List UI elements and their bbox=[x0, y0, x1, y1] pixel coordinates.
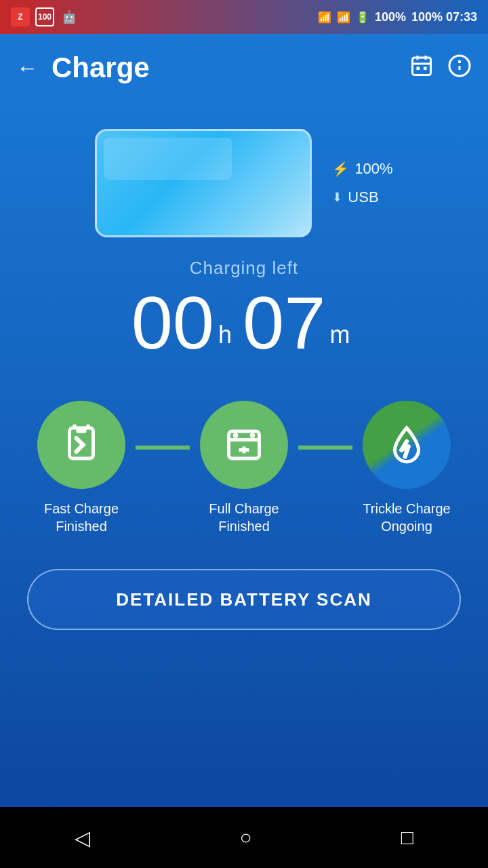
battery-info: ⚡ 100% ⬇ USB bbox=[332, 160, 392, 206]
bolt-icon: ⚡ bbox=[332, 161, 349, 177]
status-bar: Z 100 🤖 📶 📶 🔋 100% 100% 07:33 bbox=[0, 0, 488, 34]
back-icon: ← bbox=[16, 56, 38, 80]
notification-icon-3: 🤖 bbox=[60, 7, 79, 26]
signal-icon: 📶 bbox=[318, 11, 331, 24]
nav-recent-button[interactable]: □ bbox=[401, 826, 413, 849]
connector-1 bbox=[136, 446, 190, 450]
wifi-icon: 📶 bbox=[337, 11, 350, 24]
status-right: 📶 📶 🔋 100% 100% 07:33 bbox=[318, 10, 477, 24]
battery-shine bbox=[104, 138, 231, 180]
header-action-icons bbox=[409, 54, 472, 83]
info-icon bbox=[447, 54, 472, 78]
battery-source-label: USB bbox=[348, 189, 378, 206]
minutes-display: 07 bbox=[243, 285, 325, 360]
charging-left-label: Charging left bbox=[190, 258, 298, 279]
battery-icon: 🔋 bbox=[356, 11, 369, 24]
battery-source-display: ⬇ USB bbox=[332, 189, 392, 206]
notification-icon-1: Z bbox=[11, 7, 30, 26]
time-display: 100% 07:33 bbox=[411, 10, 477, 24]
svg-rect-4 bbox=[417, 66, 420, 70]
svg-rect-5 bbox=[424, 66, 427, 70]
fast-charge-item: Fast Charge Finished bbox=[27, 401, 136, 535]
minutes-unit: m bbox=[329, 321, 350, 360]
battery-percentage-label: 100% bbox=[354, 160, 392, 178]
info-button[interactable] bbox=[447, 54, 472, 83]
hours-unit: h bbox=[218, 321, 232, 360]
fast-charge-label: Fast Charge Finished bbox=[44, 500, 119, 535]
nav-home-button[interactable]: ○ bbox=[239, 826, 251, 849]
svg-point-18 bbox=[250, 433, 256, 439]
status-left-icons: Z 100 🤖 bbox=[11, 7, 79, 26]
trickle-charge-item: Trickle Charge Ongoing bbox=[352, 401, 461, 535]
usb-icon: ⬇ bbox=[332, 190, 342, 205]
hours-display: 00 bbox=[131, 285, 214, 360]
charge-stages: Fast Charge Finished Full Charge Finishe… bbox=[0, 401, 488, 535]
battery-body bbox=[95, 129, 312, 237]
connector-2 bbox=[298, 446, 352, 450]
calendar-button[interactable] bbox=[409, 54, 434, 83]
svg-rect-0 bbox=[413, 58, 431, 75]
full-charge-label: Full Charge Finished bbox=[209, 500, 279, 535]
calendar-icon bbox=[409, 54, 434, 78]
notification-icon-2: 100 bbox=[35, 7, 54, 26]
svg-rect-12 bbox=[77, 428, 87, 433]
nav-back-button[interactable]: ◁ bbox=[75, 826, 90, 850]
fast-charge-button[interactable] bbox=[37, 401, 125, 489]
trickle-charge-label: Trickle Charge Ongoing bbox=[363, 500, 450, 535]
svg-point-17 bbox=[233, 433, 239, 439]
detailed-scan-button[interactable]: DETAILED BATTERY SCAN bbox=[27, 569, 461, 630]
fast-charge-icon bbox=[61, 425, 102, 465]
page-title: Charge bbox=[52, 52, 409, 84]
header: ← Charge bbox=[0, 34, 488, 102]
full-charge-button[interactable] bbox=[200, 401, 288, 489]
main-content: ⚡ 100% ⬇ USB Charging left 00 h 07 m bbox=[0, 102, 488, 807]
full-charge-icon bbox=[224, 425, 264, 465]
nav-bar: ◁ ○ □ bbox=[0, 807, 488, 868]
full-charge-item: Full Charge Finished bbox=[190, 401, 298, 535]
battery-percent-status: 100% bbox=[375, 10, 406, 24]
trickle-charge-icon bbox=[386, 425, 427, 465]
battery-visual: ⚡ 100% ⬇ USB bbox=[95, 129, 392, 237]
trickle-charge-button[interactable] bbox=[363, 401, 451, 489]
battery-percent-display: ⚡ 100% bbox=[332, 160, 392, 178]
charging-time-display: 00 h 07 m bbox=[131, 285, 357, 360]
back-button[interactable]: ← bbox=[16, 56, 38, 81]
